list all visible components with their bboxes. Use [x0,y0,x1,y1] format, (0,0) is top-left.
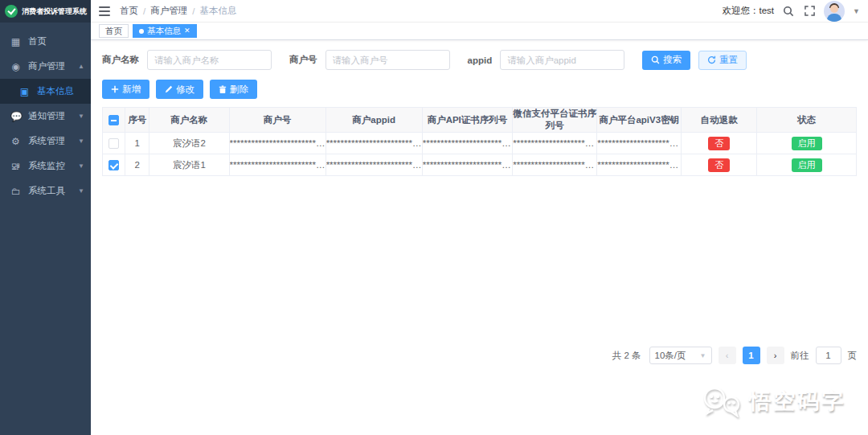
delete-button[interactable]: 删除 [210,80,257,99]
app-root: 消费者投诉管理系统 ▦ 首页 ◉ 商户管理 ▲ ▣ 基本信息 💬 通知管理 ▼ [0,0,868,435]
chevron-up-icon: ▲ [78,63,84,70]
grid-icon: ▣ [19,86,30,97]
status-badge: 启用 [792,137,822,150]
chevron-down-icon: ▼ [78,187,84,195]
row-checkbox[interactable] [108,160,119,170]
search-button[interactable]: 搜索 [642,51,690,70]
search-icon [651,55,660,64]
toolbox-icon: 🗀 [10,186,21,197]
monitor-icon: 🖳 [10,161,21,172]
breadcrumb-home[interactable]: 首页 [120,5,138,17]
breadcrumb-merchant[interactable]: 商户管理 [150,5,187,17]
search-form: 商户名称 商户号 appid 搜索 重置 [102,50,857,70]
navbar-right: 欢迎您：test ▼ [723,1,860,22]
home-icon: ▦ [10,36,21,47]
page-number-1[interactable]: 1 [743,347,760,364]
sidebar: 消费者投诉管理系统 ▦ 首页 ◉ 商户管理 ▲ ▣ 基本信息 💬 通知管理 ▼ [0,0,91,435]
wechat-bubbles-icon [701,385,743,417]
tags-view-bar: 首页 基本信息 ✕ [91,23,868,40]
pagination-total: 共 2 条 [612,350,641,362]
sidebar-item-system-monitor[interactable]: 🖳 系统监控 ▼ [0,154,91,179]
reset-button[interactable]: 重置 [698,51,747,70]
col-merchant-id: 商户号 [229,108,326,133]
trash-icon [219,85,227,94]
table-toolbar: 新增 修改 删除 [102,80,857,99]
sidebar-item-basic-info[interactable]: ▣ 基本信息 [0,79,91,104]
sidebar-item-system-management[interactable]: ⚙ 系统管理 ▼ [0,129,91,154]
merchant-name-input[interactable] [147,50,272,70]
col-index: 序号 [125,108,149,133]
app-title: 消费者投诉管理系统 [22,6,87,17]
page-unit-label: 页 [848,350,858,362]
breadcrumb-current: 基本信息 [199,5,236,17]
col-auto-refund: 自动退款 [682,108,757,133]
table-row[interactable]: 2 宸汐语1 ****************************** **… [103,154,857,176]
edit-button[interactable]: 修改 [156,80,203,99]
chevron-down-icon: ▼ [78,113,84,120]
merchant-table: 序号 商户名称 商户号 商户appid 商户API证书序列号 微信支付平台证书序… [102,107,857,176]
search-icon[interactable] [782,5,795,18]
chevron-down-icon: ▼ [78,162,84,170]
user-menu-caret-icon[interactable]: ▼ [853,7,860,15]
goto-label: 前往 [791,350,809,362]
select-all-checkbox[interactable] [108,115,119,125]
refresh-icon [707,55,716,64]
page-content: 商户名称 商户号 appid 搜索 重置 [91,40,868,435]
chevron-down-icon: ▼ [700,352,706,359]
col-appid: 商户appid [326,108,422,133]
merchant-name-label: 商户名称 [102,54,139,66]
top-navbar: 首页 / 商户管理 / 基本信息 欢迎您：test [91,0,868,23]
main-area: 首页 / 商户管理 / 基本信息 欢迎您：test [91,0,868,435]
chevron-down-icon: ▼ [78,137,84,145]
table-row[interactable]: 1 宸汐语2 ****************************** **… [103,133,857,154]
appid-input[interactable] [500,50,624,70]
app-logo: 消费者投诉管理系统 [0,0,91,23]
col-merchant-name: 商户名称 [149,108,229,133]
welcome-text: 欢迎您：test [723,5,775,17]
page-size-select[interactable]: 10条/页 ▼ [649,347,712,364]
gear-icon: ⚙ [10,136,21,147]
auto-refund-badge: 否 [708,137,730,150]
merchant-name-cell: 宸汐语2 [149,133,229,154]
watermark-text: 悟空码字 [749,387,845,416]
col-status: 状态 [757,108,857,133]
sidebar-item-system-tools[interactable]: 🗀 系统工具 ▼ [0,179,91,203]
col-wx-cert-sn: 微信支付平台证书序列号 [513,108,597,133]
next-page-button[interactable]: › [767,347,784,364]
message-icon: 💬 [10,111,21,122]
tab-home[interactable]: 首页 [99,24,129,38]
app-logo-icon [5,5,18,18]
sidebar-toggle-icon[interactable] [99,6,110,16]
status-badge: 启用 [792,158,822,172]
merchant-name-cell: 宸汐语1 [149,154,229,176]
avatar[interactable] [824,1,845,22]
plus-icon [111,85,119,93]
table-header-row: 序号 商户名称 商户号 商户appid 商户API证书序列号 微信支付平台证书序… [103,108,857,133]
col-api-cert-sn: 商户API证书序列号 [422,108,513,133]
pagination: 共 2 条 10条/页 ▼ ‹ 1 › 前往 页 [102,347,857,364]
goto-page-input[interactable] [816,347,841,364]
sidebar-item-home[interactable]: ▦ 首页 [0,29,91,54]
sidebar-item-notice-management[interactable]: 💬 通知管理 ▼ [0,104,91,129]
close-icon[interactable]: ✕ [184,27,190,35]
watermark: 悟空码字 [701,385,845,417]
merchant-icon: ◉ [10,61,21,72]
prev-page-button[interactable]: ‹ [719,347,736,364]
sidebar-menu: ▦ 首页 ◉ 商户管理 ▲ ▣ 基本信息 💬 通知管理 ▼ ⚙ 系统管理 ▼ [0,23,91,203]
active-dot-icon [139,29,144,34]
pencil-icon [165,85,173,93]
fullscreen-icon[interactable] [803,5,816,18]
row-checkbox[interactable] [108,138,119,149]
add-button[interactable]: 新增 [102,80,149,99]
tab-basic-info[interactable]: 基本信息 ✕ [133,24,197,38]
appid-label: appid [468,55,493,65]
col-apiv3-key: 商户平台apiV3密钥 [597,108,682,133]
auto-refund-badge: 否 [708,158,730,172]
merchant-id-input[interactable] [326,50,450,70]
sidebar-item-merchant-management[interactable]: ◉ 商户管理 ▲ [0,54,91,79]
merchant-id-label: 商户号 [289,54,317,66]
breadcrumb: 首页 / 商户管理 / 基本信息 [120,5,236,17]
